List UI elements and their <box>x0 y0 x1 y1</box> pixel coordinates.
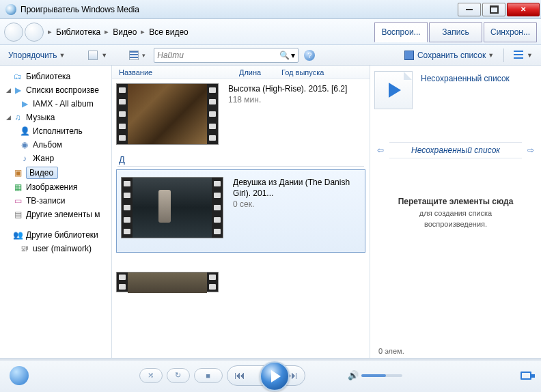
sidebar-album[interactable]: ◉Альбом <box>1 138 110 152</box>
window-title: Проигрыватель Windows Media <box>20 5 456 14</box>
drop-title: Перетащите элементы сюда <box>374 197 537 206</box>
sidebar-artist[interactable]: 👤Исполнитель <box>1 124 110 138</box>
save-list-label: Сохранить список <box>417 51 486 60</box>
chevron-down-icon: ▼ <box>101 52 107 59</box>
drop-sub1: для создания списка <box>374 209 537 217</box>
video-thumbnail <box>116 83 219 145</box>
organize-label: Упорядочить <box>8 51 57 60</box>
sidebar-images[interactable]: ▦Изображения <box>1 180 110 194</box>
save-list-button[interactable]: Сохранить список ▼ <box>400 48 498 62</box>
col-year[interactable]: Год выпуска <box>279 68 370 76</box>
sidebar: 🗂Библиотека ◢▶Списки воспроизве ▶IAMX - … <box>0 66 112 358</box>
app-icon <box>5 4 16 15</box>
prev-button[interactable]: ⏮ <box>234 369 245 382</box>
playback-bar: ⤨ ↻ ■ ⏮ ⏭ 🔊 <box>0 358 541 392</box>
tab-sync[interactable]: Синхрон... <box>484 22 537 42</box>
save-icon <box>404 51 414 60</box>
options-button[interactable]: ▼ <box>510 48 537 62</box>
tab-burn[interactable]: Запись <box>429 22 482 42</box>
crumb-all-video[interactable]: Все видео <box>149 27 188 37</box>
next-playlist-button[interactable]: ⇨ <box>525 145 537 155</box>
sidebar-library[interactable]: 🗂Библиотека <box>1 70 110 83</box>
view-layout-button[interactable]: ▾ <box>125 48 150 62</box>
sidebar-playlists[interactable]: ◢▶Списки воспроизве <box>1 83 110 97</box>
sidebar-user[interactable]: 🖳user (mainwork) <box>1 242 110 255</box>
chevron-right-icon: ▸ <box>141 27 145 36</box>
video-item[interactable] <box>112 255 370 299</box>
search-input[interactable] <box>157 51 279 60</box>
search-box[interactable]: 🔍▾ <box>154 48 299 63</box>
playlist-title[interactable]: Несохраненный список <box>421 71 510 83</box>
music-icon: ♫ <box>12 112 23 123</box>
play-icon <box>389 83 401 98</box>
chevron-down-icon: ▼ <box>59 52 65 59</box>
col-name[interactable]: Название <box>116 68 236 76</box>
stop-button[interactable]: ■ <box>194 368 223 383</box>
chevron-right-icon: ▸ <box>48 27 52 36</box>
forward-button[interactable] <box>25 23 44 42</box>
col-length[interactable]: Длина <box>236 68 279 76</box>
other-media-icon: ▤ <box>12 209 23 220</box>
nav-row: ▸ Библиотека ▸ Видео ▸ Все видео Воспрои… <box>0 19 541 45</box>
playlist-count: 0 элем. <box>378 347 404 355</box>
playlist-icon: ▶ <box>12 85 23 96</box>
collapse-icon[interactable]: ◢ <box>4 87 12 94</box>
chevron-down-icon: ▾ <box>142 52 145 59</box>
sidebar-music[interactable]: ◢♫Музыка <box>1 111 110 124</box>
video-item-selected[interactable]: Девушка из Дании (The Danish Girl). 201.… <box>116 169 365 253</box>
video-title: Высотка (High-Rise). 2015. [6.2] <box>228 83 347 94</box>
video-thumbnail <box>116 272 219 292</box>
playlist-item-icon: ▶ <box>19 98 30 109</box>
album-icon: ◉ <box>19 139 30 150</box>
chevron-down-icon: ▼ <box>527 52 533 59</box>
sidebar-other-media[interactable]: ▤Другие элементы м <box>1 208 110 221</box>
list-icon <box>514 51 523 60</box>
play-button[interactable] <box>260 361 290 391</box>
volume-slider[interactable] <box>361 374 402 377</box>
search-icon[interactable]: 🔍 <box>279 51 290 60</box>
help-button[interactable]: ? <box>304 50 315 61</box>
sidebar-other-libs[interactable]: 👥Другие библиотеки <box>1 228 110 242</box>
drop-zone[interactable]: Перетащите элементы сюда для создания сп… <box>374 197 537 228</box>
media-guide-button[interactable] <box>10 366 29 385</box>
divider <box>503 48 504 62</box>
tab-play[interactable]: Воспрои... <box>374 22 428 42</box>
playlist-doc-icon <box>374 71 413 109</box>
sidebar-tv[interactable]: ▭ТВ-записи <box>1 194 110 208</box>
stream-button[interactable]: ▼ <box>84 48 111 62</box>
repeat-button[interactable]: ↻ <box>167 368 190 383</box>
computer-icon: 🖳 <box>19 243 30 254</box>
maximize-button[interactable] <box>482 3 505 16</box>
video-duration: 118 мин. <box>228 94 347 105</box>
titlebar: Проигрыватель Windows Media <box>0 0 541 19</box>
column-headers: Название Длина Год выпуска <box>112 66 370 79</box>
crumb-video[interactable]: Видео <box>113 27 137 37</box>
back-button[interactable] <box>4 23 23 42</box>
minimize-button[interactable] <box>458 3 481 16</box>
close-button[interactable] <box>507 3 540 16</box>
prev-playlist-button[interactable]: ⇦ <box>374 145 387 155</box>
library-icon: 🗂 <box>12 71 23 82</box>
video-thumbnail <box>121 177 223 238</box>
chevron-down-icon[interactable]: ▾ <box>291 51 295 60</box>
playlist-name[interactable]: Несохраненный список <box>389 142 522 158</box>
video-duration: 0 сек. <box>233 199 361 210</box>
chevron-right-icon: ▸ <box>105 27 109 36</box>
drop-sub2: воспроизведения. <box>374 220 537 228</box>
shuffle-button[interactable]: ⤨ <box>139 368 163 383</box>
layout-icon <box>129 51 139 60</box>
main-content: Название Длина Год выпуска Высотка (High… <box>112 66 370 358</box>
video-item[interactable]: Высотка (High-Rise). 2015. [6.2] 118 мин… <box>112 79 370 152</box>
group-rule <box>117 166 364 167</box>
progress-track[interactable] <box>0 359 541 361</box>
sidebar-playlist-item[interactable]: ▶IAMX - All album <box>1 97 110 111</box>
artist-icon: 👤 <box>19 126 30 137</box>
chevron-down-icon: ▼ <box>488 52 494 59</box>
volume-icon[interactable]: 🔊 <box>348 370 359 380</box>
crumb-library[interactable]: Библиотека <box>56 27 100 37</box>
organize-button[interactable]: Упорядочить ▼ <box>4 48 69 62</box>
sidebar-genre[interactable]: ♪Жанр <box>1 152 110 165</box>
sidebar-video[interactable]: ▣Видео <box>1 165 110 180</box>
collapse-icon[interactable]: ◢ <box>4 114 12 121</box>
now-playing-view-button[interactable] <box>521 372 531 380</box>
